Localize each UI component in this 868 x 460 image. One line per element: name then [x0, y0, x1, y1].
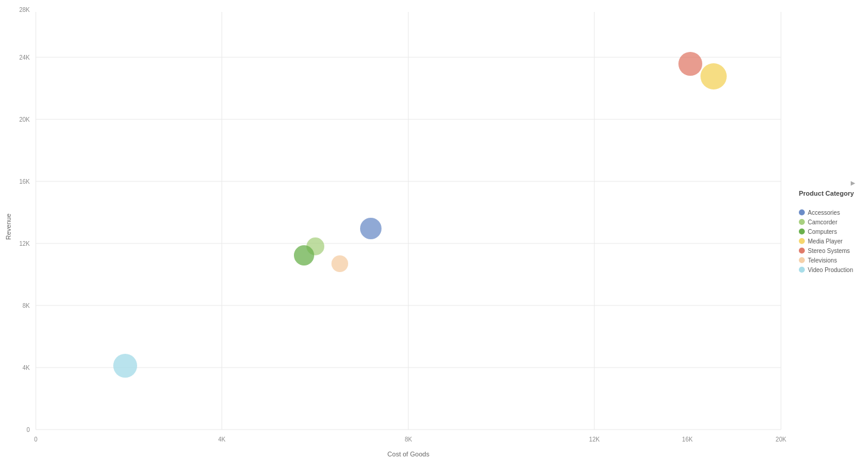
legend-arrow-icon: ▶	[851, 180, 855, 186]
y-tick-24k: 24K	[19, 54, 30, 61]
y-tick-8k: 8K	[23, 302, 30, 309]
legend-label-camcorder: Camcorder	[808, 219, 838, 226]
legend-label-accessories: Accessories	[808, 209, 840, 216]
x-tick-4k: 4K	[218, 436, 226, 443]
bubble-computers[interactable]	[294, 245, 314, 265]
legend-label-media-player: Media Player	[808, 238, 843, 245]
y-tick-28k: 28K	[19, 7, 30, 13]
legend-label-stereo-systems: Stereo Systems	[808, 248, 850, 254]
y-tick-12k: 12K	[19, 240, 30, 247]
legend-dot-media-player	[799, 238, 805, 244]
chart-container: 0 4K 8K 12K 16K 20K 24K 28K 0 4K 8K 12K …	[0, 0, 868, 460]
bubble-accessories[interactable]	[360, 218, 382, 239]
bubble-video-production[interactable]	[113, 354, 137, 378]
legend-dot-televisions	[799, 257, 805, 263]
legend-dot-computers	[799, 229, 805, 234]
x-tick-8k: 8K	[405, 436, 413, 443]
y-tick-16k: 16K	[19, 178, 30, 185]
x-tick-0: 0	[34, 436, 38, 443]
x-tick-12k: 12K	[589, 436, 600, 443]
bubble-televisions[interactable]	[331, 255, 348, 272]
legend-label-video-production: Video Production	[808, 267, 853, 273]
x-tick-20k: 20K	[776, 436, 786, 443]
y-tick-20k: 20K	[19, 116, 30, 123]
y-tick-0: 0	[26, 427, 30, 433]
y-axis-label: Revenue	[5, 214, 12, 240]
legend-dot-stereo-systems	[799, 248, 805, 254]
y-tick-4k: 4K	[23, 365, 30, 371]
legend-title: Product Category	[799, 190, 854, 197]
bubble-stereo-systems[interactable]	[678, 52, 702, 76]
bubble-media-player[interactable]	[700, 63, 727, 89]
legend-dot-accessories	[799, 209, 805, 215]
x-axis-label: Cost of Goods	[388, 450, 430, 458]
legend-dot-video-production	[799, 267, 805, 273]
x-tick-16k: 16K	[682, 436, 693, 443]
legend-label-televisions: Televisions	[808, 257, 837, 264]
legend-dot-camcorder	[799, 219, 805, 225]
legend-label-computers: Computers	[808, 229, 837, 235]
